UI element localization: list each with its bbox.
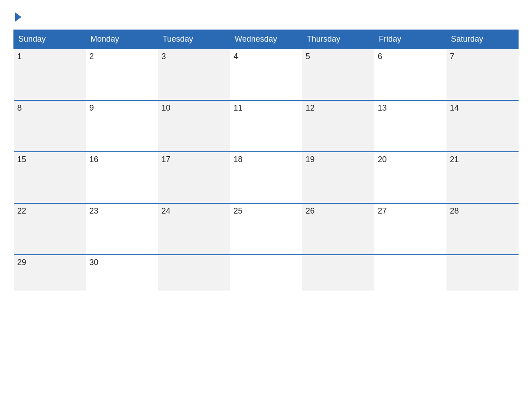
day-number: 28 [450, 206, 515, 216]
calendar-cell [446, 255, 519, 291]
calendar-cell: 4 [230, 49, 302, 100]
day-number: 7 [450, 52, 515, 61]
day-number: 22 [17, 206, 82, 216]
calendar-cell: 21 [446, 152, 519, 203]
calendar-cell: 11 [230, 100, 302, 152]
calendar-cell: 7 [446, 49, 519, 100]
calendar-week-4: 22232425262728 [14, 203, 519, 255]
page-header [13, 13, 519, 21]
calendar-header-friday: Friday [374, 30, 446, 49]
day-number: 17 [162, 155, 227, 164]
calendar-cell: 29 [14, 255, 86, 291]
day-number: 9 [90, 103, 154, 113]
day-number: 10 [162, 103, 227, 113]
calendar-cell: 1 [14, 49, 86, 100]
day-number: 20 [378, 155, 443, 164]
day-number: 6 [378, 52, 443, 61]
day-number: 3 [162, 52, 227, 61]
calendar-cell: 8 [14, 100, 86, 152]
calendar-cell: 22 [14, 203, 86, 255]
calendar-cell: 26 [302, 203, 374, 255]
calendar-week-3: 15161718192021 [14, 152, 519, 203]
calendar-week-2: 891011121314 [14, 100, 519, 152]
calendar-cell: 6 [374, 49, 446, 100]
day-number: 24 [162, 206, 227, 216]
calendar-header-wednesday: Wednesday [230, 30, 302, 49]
calendar-cell: 12 [302, 100, 374, 152]
day-number: 12 [306, 103, 371, 113]
calendar-cell: 18 [230, 152, 302, 203]
day-number: 5 [306, 52, 371, 61]
calendar-cell: 3 [158, 49, 230, 100]
calendar-cell: 27 [374, 203, 446, 255]
day-number: 21 [450, 155, 515, 164]
logo-triangle-icon [15, 13, 21, 21]
day-number: 1 [17, 52, 82, 61]
day-number: 27 [378, 206, 443, 216]
day-number: 11 [234, 103, 299, 113]
calendar-cell: 13 [374, 100, 446, 152]
day-number: 8 [17, 103, 82, 113]
calendar-table: SundayMondayTuesdayWednesdayThursdayFrid… [13, 30, 519, 291]
day-number: 15 [17, 155, 82, 164]
calendar-header-tuesday: Tuesday [158, 30, 230, 49]
day-number: 26 [306, 206, 371, 216]
day-number: 14 [450, 103, 515, 113]
day-number: 29 [17, 258, 82, 267]
calendar-cell: 19 [302, 152, 374, 203]
day-number: 30 [90, 258, 154, 267]
calendar-cell: 9 [86, 100, 158, 152]
calendar-cell: 10 [158, 100, 230, 152]
calendar-cell: 28 [446, 203, 519, 255]
day-number: 4 [234, 52, 299, 61]
calendar-header-row: SundayMondayTuesdayWednesdayThursdayFrid… [14, 30, 519, 49]
calendar-cell [158, 255, 230, 291]
calendar-cell: 23 [86, 203, 158, 255]
day-number: 2 [90, 52, 154, 61]
calendar-cell: 20 [374, 152, 446, 203]
calendar-cell [230, 255, 302, 291]
day-number: 19 [306, 155, 371, 164]
calendar-header-thursday: Thursday [302, 30, 374, 49]
calendar-cell [302, 255, 374, 291]
calendar-cell: 16 [86, 152, 158, 203]
day-number: 13 [378, 103, 443, 113]
calendar-cell: 15 [14, 152, 86, 203]
day-number: 25 [234, 206, 299, 216]
day-number: 18 [234, 155, 299, 164]
calendar-cell [374, 255, 446, 291]
calendar-header-monday: Monday [86, 30, 158, 49]
calendar-cell: 30 [86, 255, 158, 291]
calendar-cell: 24 [158, 203, 230, 255]
calendar-cell: 14 [446, 100, 519, 152]
calendar-week-5: 2930 [14, 255, 519, 291]
calendar-cell: 17 [158, 152, 230, 203]
logo [13, 13, 21, 21]
calendar-cell: 25 [230, 203, 302, 255]
calendar-header-sunday: Sunday [14, 30, 86, 49]
calendar-cell: 2 [86, 49, 158, 100]
calendar-week-1: 1234567 [14, 49, 519, 100]
calendar-header-saturday: Saturday [446, 30, 519, 49]
calendar-cell: 5 [302, 49, 374, 100]
day-number: 23 [90, 206, 154, 216]
day-number: 16 [90, 155, 154, 164]
